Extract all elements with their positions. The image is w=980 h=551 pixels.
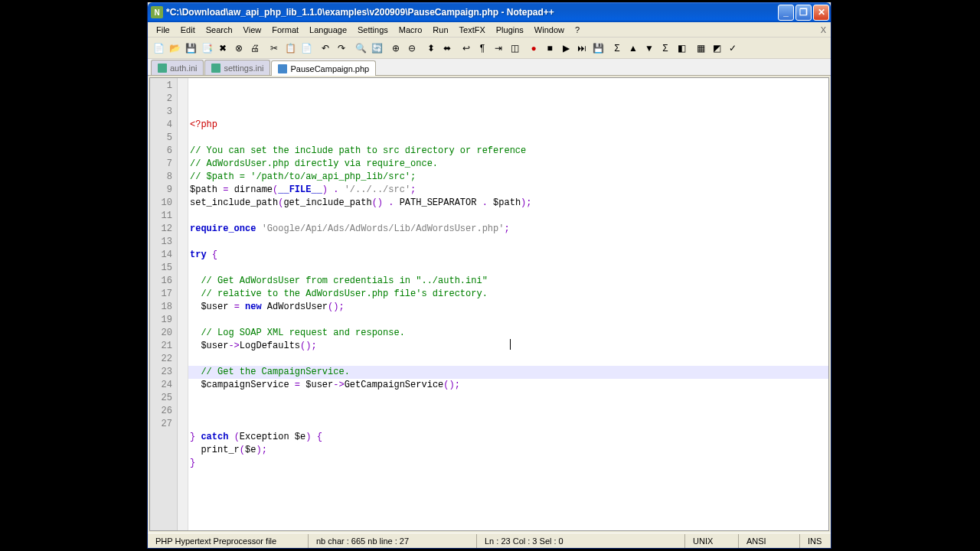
guide-icon[interactable]: ◫ bbox=[507, 41, 522, 56]
indent-icon[interactable]: ⇥ bbox=[491, 41, 506, 56]
redo-icon[interactable]: ↷ bbox=[334, 41, 349, 56]
status-chars: nb char : 665 nb line : 27 bbox=[309, 534, 477, 548]
fn2-icon[interactable]: ▲ bbox=[626, 41, 641, 56]
close-all-icon[interactable]: ⊗ bbox=[231, 41, 247, 56]
menu-window[interactable]: Window bbox=[529, 24, 570, 36]
menu-edit[interactable]: Edit bbox=[175, 24, 201, 36]
file-icon bbox=[211, 64, 220, 73]
menu-run[interactable]: Run bbox=[427, 24, 453, 36]
status-eol: UNIX bbox=[685, 534, 739, 548]
status-filetype: PHP Hypertext Preprocessor file bbox=[148, 534, 309, 548]
menu-macro[interactable]: Macro bbox=[394, 24, 428, 36]
menu-search[interactable]: Search bbox=[201, 24, 238, 36]
menu-file[interactable]: File bbox=[151, 24, 175, 36]
menu-settings[interactable]: Settings bbox=[352, 24, 394, 36]
toolbar: 📄 📂 💾 📑 ✖ ⊗ 🖨 ✂ 📋 📄 ↶ ↷ 🔍 🔄 ⊕ ⊖ ⬍ ⬌ ↩ ¶ … bbox=[148, 37, 831, 59]
status-mode: INS bbox=[800, 534, 831, 548]
close-button[interactable]: ✕ bbox=[813, 5, 829, 21]
replace-icon[interactable]: 🔄 bbox=[369, 41, 384, 56]
line-numbers: 1234567891011121314151617181920212223242… bbox=[150, 78, 178, 530]
save-all-icon[interactable]: 📑 bbox=[199, 41, 214, 56]
status-encoding: ANSI bbox=[739, 534, 800, 548]
fn7-icon[interactable]: ◩ bbox=[709, 41, 724, 56]
wrap-icon[interactable]: ↩ bbox=[459, 41, 474, 56]
save-icon[interactable]: 💾 bbox=[183, 41, 198, 56]
menu-language[interactable]: Language bbox=[304, 24, 352, 36]
fn1-icon[interactable]: Σ bbox=[609, 41, 625, 56]
document-tabs: auth.ini settings.ini PauseCampaign.php bbox=[148, 59, 831, 76]
new-icon[interactable]: 📄 bbox=[151, 41, 166, 56]
find-icon[interactable]: 🔍 bbox=[353, 41, 368, 56]
play-multi-icon[interactable]: ⏭ bbox=[574, 41, 590, 56]
tab-settings-ini[interactable]: settings.ini bbox=[204, 60, 270, 75]
zoom-in-icon[interactable]: ⊕ bbox=[388, 41, 403, 56]
copy-icon[interactable]: 📋 bbox=[283, 41, 298, 56]
fn6-icon[interactable]: ▦ bbox=[693, 41, 708, 56]
paste-icon[interactable]: 📄 bbox=[299, 41, 314, 56]
sync-v-icon[interactable]: ⬍ bbox=[423, 41, 439, 56]
file-icon bbox=[158, 64, 167, 73]
fn4-icon[interactable]: Σ bbox=[658, 41, 673, 56]
app-window: N *C:\Download\aw_api_php_lib_1.1.0\exam… bbox=[147, 2, 831, 549]
statusbar: PHP Hypertext Preprocessor file nb char … bbox=[148, 533, 831, 548]
window-title: *C:\Download\aw_api_php_lib_1.1.0\exampl… bbox=[166, 7, 778, 18]
stop-icon[interactable]: ■ bbox=[542, 41, 557, 56]
menu-help[interactable]: ? bbox=[570, 24, 585, 36]
menu-format[interactable]: Format bbox=[266, 24, 304, 36]
editor[interactable]: 1234567891011121314151617181920212223242… bbox=[149, 77, 829, 531]
close-file-icon[interactable]: ✖ bbox=[215, 41, 230, 56]
tab-pausecampaign[interactable]: PauseCampaign.php bbox=[271, 60, 376, 76]
minimize-button[interactable]: _ bbox=[778, 5, 794, 21]
play-icon[interactable]: ▶ bbox=[558, 41, 573, 56]
status-position: Ln : 23 Col : 3 Sel : 0 bbox=[477, 534, 685, 548]
code-area[interactable]: <?php// You can set the include path to … bbox=[188, 78, 828, 530]
zoom-out-icon[interactable]: ⊖ bbox=[404, 41, 420, 56]
fn8-icon[interactable]: ✓ bbox=[725, 41, 740, 56]
cut-icon[interactable]: ✂ bbox=[266, 41, 282, 56]
tab-auth-ini[interactable]: auth.ini bbox=[151, 60, 204, 75]
menubar: File Edit Search View Format Language Se… bbox=[148, 22, 831, 37]
show-all-icon[interactable]: ¶ bbox=[475, 41, 490, 56]
fold-margin[interactable] bbox=[178, 78, 188, 530]
titlebar[interactable]: N *C:\Download\aw_api_php_lib_1.1.0\exam… bbox=[148, 2, 831, 22]
app-icon: N bbox=[151, 6, 163, 18]
file-icon bbox=[278, 64, 287, 73]
menubar-close-icon[interactable]: X bbox=[821, 25, 826, 34]
save-macro-icon[interactable]: 💾 bbox=[590, 41, 606, 56]
sync-h-icon[interactable]: ⬌ bbox=[439, 41, 455, 56]
maximize-button[interactable]: ❐ bbox=[795, 5, 812, 21]
menu-textfx[interactable]: TextFX bbox=[454, 24, 491, 36]
undo-icon[interactable]: ↶ bbox=[318, 41, 333, 56]
menu-view[interactable]: View bbox=[238, 24, 267, 36]
print-icon[interactable]: 🖨 bbox=[247, 41, 263, 56]
fn3-icon[interactable]: ▼ bbox=[642, 41, 657, 56]
record-icon[interactable]: ● bbox=[526, 41, 541, 56]
menu-plugins[interactable]: Plugins bbox=[491, 24, 529, 36]
fn5-icon[interactable]: ◧ bbox=[674, 41, 689, 56]
open-icon[interactable]: 📂 bbox=[167, 41, 182, 56]
